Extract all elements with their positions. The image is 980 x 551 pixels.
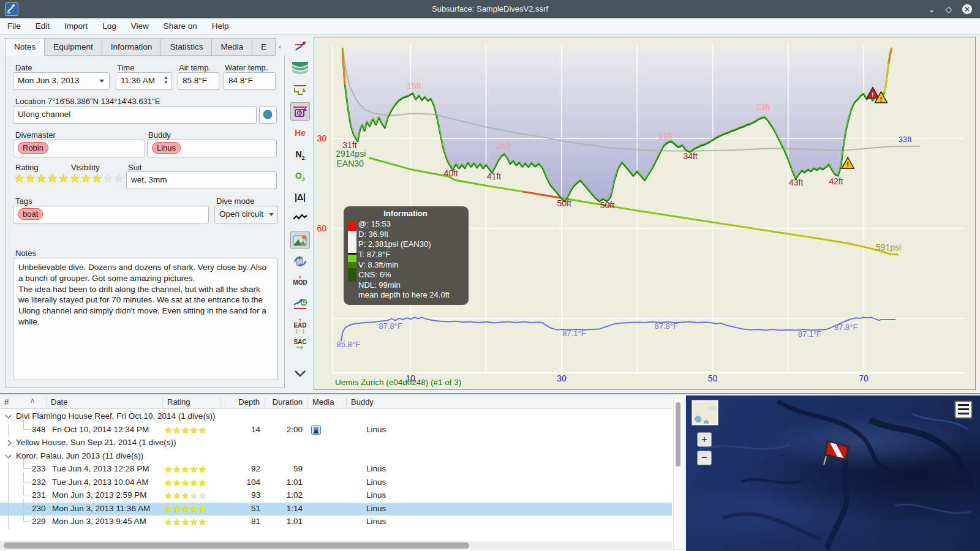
menu-import[interactable]: Import bbox=[57, 18, 95, 34]
suit-field[interactable]: wet, 3mm bbox=[126, 171, 277, 189]
column-header-num[interactable]: # bbox=[0, 397, 46, 408]
dive-row[interactable]: 232Tue Jun 4, 2013 10:04 AM★★★★★1041:01L… bbox=[0, 476, 672, 490]
dive-computer-icon[interactable] bbox=[290, 38, 310, 56]
column-header-buddy[interactable]: Buddy bbox=[346, 397, 672, 408]
dc-sync-icon[interactable] bbox=[290, 252, 310, 271]
tab-media[interactable]: Media bbox=[212, 38, 252, 56]
star-icon[interactable]: ★ bbox=[14, 172, 25, 185]
map-type-button[interactable] bbox=[692, 400, 718, 425]
buddy-chip[interactable]: Linus bbox=[152, 142, 181, 154]
tab-statistics[interactable]: Statistics bbox=[161, 38, 212, 56]
photos-icon[interactable] bbox=[290, 231, 310, 249]
chart-label: 15ft bbox=[407, 81, 421, 91]
media-icon[interactable] bbox=[311, 425, 321, 437]
time-field[interactable]: 11:36 AM▲▼ bbox=[116, 72, 172, 90]
dive-list-hscrollbar[interactable] bbox=[0, 541, 672, 550]
dive-row[interactable]: 233Tue Jun 4, 2013 12:28 PM★★★★★9259Linu… bbox=[0, 463, 672, 476]
dive-duration: 1:01 bbox=[265, 478, 303, 487]
divemaster-field[interactable]: Robin bbox=[13, 140, 145, 157]
tab-notes[interactable]: Notes bbox=[5, 38, 45, 56]
expand-caret-icon[interactable] bbox=[6, 440, 12, 446]
star-icon[interactable]: ★ bbox=[92, 172, 103, 185]
zoom-in-button[interactable]: + bbox=[697, 432, 712, 447]
visibility-stars[interactable]: ★★★★★ bbox=[70, 173, 125, 185]
trip-row[interactable]: Divi Flamingo House Reef, Fri Oct 10, 20… bbox=[0, 410, 672, 424]
column-header-media[interactable]: Media bbox=[307, 397, 346, 408]
rating-stars[interactable]: ★★★★★ bbox=[14, 173, 69, 185]
tag-chip[interactable]: boat bbox=[18, 208, 43, 220]
scroll-down-icon[interactable] bbox=[290, 367, 310, 385]
date-field[interactable]: Mon Jun 3, 2013 bbox=[13, 72, 110, 90]
star-icon[interactable]: ★ bbox=[47, 172, 58, 185]
column-header-depth[interactable]: Depth bbox=[221, 397, 265, 408]
star-icon[interactable]: ★ bbox=[25, 172, 36, 185]
titlebar[interactable]: Subsurface: SampleDivesV2.ssrf ⌄ ◇ bbox=[0, 0, 980, 18]
collapse-caret-icon[interactable] bbox=[6, 452, 12, 458]
menu-share-on[interactable]: Share on bbox=[156, 18, 205, 34]
mod-icon[interactable]: +MOD bbox=[290, 274, 310, 292]
dive-row[interactable]: 348Fri Oct 10, 2014 12:34 PM★★★★★142:00L… bbox=[0, 424, 672, 437]
star-icon[interactable]: ★ bbox=[114, 172, 125, 185]
ead-icon[interactable]: +EAD(···) bbox=[290, 317, 310, 335]
dive-site-map[interactable]: + − bbox=[686, 395, 980, 551]
tab-e[interactable]: E bbox=[252, 38, 276, 56]
menu-help[interactable]: Help bbox=[205, 18, 236, 34]
dive-row[interactable]: 231Mon Jun 3, 2013 2:59 PM★★★★★931:02Lin… bbox=[0, 489, 672, 503]
star-icon: ★ bbox=[164, 464, 173, 474]
po2-icon[interactable]: O2 bbox=[290, 167, 310, 185]
pn2-icon[interactable]: N2 bbox=[290, 145, 310, 163]
tags-field[interactable]: boat bbox=[13, 206, 209, 223]
menu-log[interactable]: Log bbox=[95, 18, 124, 34]
column-header-date[interactable]: Date bbox=[46, 397, 162, 408]
dive-row[interactable]: 230Mon Jun 3, 2013 11:36 AM★★★★★511:14Li… bbox=[0, 503, 672, 516]
dive-row[interactable]: 229Mon Jun 3, 2013 9:45 AM★★★★★811:01Lin… bbox=[0, 515, 672, 529]
phe-icon[interactable]: He bbox=[290, 124, 310, 142]
tab-information[interactable]: Information bbox=[102, 38, 162, 56]
vscroll-handle[interactable] bbox=[676, 402, 680, 467]
collapse-caret-icon[interactable] bbox=[6, 413, 12, 419]
panel-splitter[interactable] bbox=[0, 393, 980, 394]
menu-view[interactable]: View bbox=[124, 18, 156, 34]
menu-file[interactable]: File bbox=[0, 18, 28, 34]
deco-time-icon[interactable] bbox=[290, 295, 310, 313]
dive-flag-marker[interactable] bbox=[818, 435, 852, 467]
spinner-icons[interactable]: ▲▼ bbox=[164, 75, 168, 85]
dive-profile-chart[interactable]: 31ft40ft41ft50ft50ft34ft43ft42ft15ft35ft… bbox=[314, 37, 976, 390]
divemaster-chip[interactable]: Robin bbox=[18, 142, 48, 154]
location-field[interactable]: Ulong channel bbox=[13, 106, 257, 124]
column-header-rating[interactable]: Rating bbox=[162, 397, 221, 408]
info-tooltip[interactable]: Information @: 15:53D: 36.9ftP: 2,381psi… bbox=[344, 206, 469, 305]
watertemp-field[interactable]: 84.8°F bbox=[224, 72, 276, 90]
dive-list-header[interactable]: #DateRatingDepthDurationMediaBuddyᐱ bbox=[0, 395, 672, 409]
globe-button[interactable] bbox=[259, 106, 277, 124]
tab-scroll-left-icon[interactable]: ‹ bbox=[276, 38, 284, 56]
divemode-select[interactable]: Open circuit bbox=[214, 206, 278, 223]
star-icon[interactable]: ★ bbox=[70, 172, 81, 185]
calculated-ceiling-icon[interactable] bbox=[290, 81, 310, 99]
star-icon: ★ bbox=[181, 490, 190, 501]
ceiling-icon[interactable] bbox=[290, 59, 310, 78]
dive-list-vscrollbar[interactable] bbox=[673, 397, 682, 550]
ruler-icon[interactable]: |Δ| bbox=[290, 188, 310, 206]
buddy-field[interactable]: Linus bbox=[147, 140, 277, 157]
hscroll-handle[interactable] bbox=[4, 542, 469, 549]
maximize-button-icon[interactable]: ◇ bbox=[943, 4, 954, 15]
star-icon[interactable]: ★ bbox=[58, 172, 69, 185]
notes-textarea[interactable]: Unbelievable dive. Dozens and dozens of … bbox=[13, 258, 278, 380]
trip-row[interactable]: Yellow House, Sun Sep 21, 2014 (1 dive(s… bbox=[0, 437, 672, 450]
menu-edit[interactable]: Edit bbox=[28, 18, 57, 34]
star-icon[interactable]: ★ bbox=[81, 172, 92, 185]
dc-reported-ceiling-icon[interactable] bbox=[290, 102, 310, 121]
star-icon[interactable]: ★ bbox=[103, 172, 114, 185]
sac-icon[interactable]: SAC≡⊙ bbox=[290, 338, 310, 356]
zoom-out-button[interactable]: − bbox=[697, 451, 712, 465]
trip-row[interactable]: Koror, Palau, Jun 2013 (11 dive(s)) bbox=[0, 450, 672, 463]
heartrate-icon[interactable] bbox=[290, 209, 310, 228]
close-button-icon[interactable] bbox=[962, 4, 973, 15]
star-icon[interactable]: ★ bbox=[36, 172, 47, 185]
minimize-button-icon[interactable]: ⌄ bbox=[926, 4, 937, 15]
tab-equipment[interactable]: Equipment bbox=[45, 38, 102, 56]
map-menu-button[interactable] bbox=[954, 400, 973, 419]
column-header-duration[interactable]: Duration bbox=[265, 397, 307, 408]
airtemp-field[interactable]: 85.8°F bbox=[178, 72, 219, 90]
